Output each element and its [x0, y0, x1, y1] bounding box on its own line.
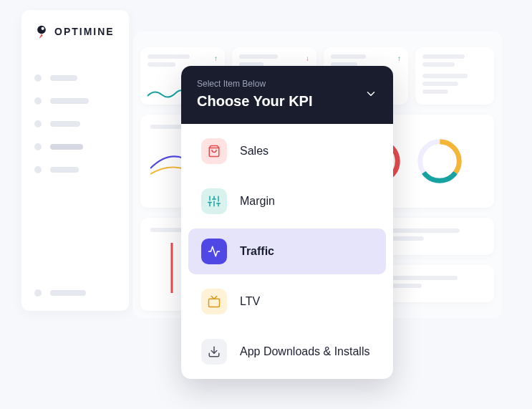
- activity-icon: [201, 239, 227, 264]
- kpi-option-label: Traffic: [240, 245, 274, 258]
- nav-item[interactable]: [34, 120, 116, 127]
- nav-item[interactable]: [34, 289, 116, 297]
- trend-up-icon: ↑: [397, 54, 401, 62]
- kpi-option-label: Sales: [240, 145, 269, 158]
- svg-rect-28: [209, 299, 220, 307]
- trend-up-icon: ↑: [214, 54, 218, 62]
- brand-name: OPTIMINE: [54, 26, 115, 37]
- kpi-option-ltv[interactable]: LTV: [188, 279, 386, 324]
- kpi-option-label: Margin: [240, 195, 275, 208]
- sliders-icon: [201, 188, 227, 214]
- dropdown-title: Choose Your KPI: [197, 93, 377, 110]
- tv-icon: [201, 289, 227, 314]
- kpi-option-sales[interactable]: Sales: [188, 128, 386, 174]
- svg-point-0: [37, 26, 46, 34]
- svg-point-1: [42, 27, 44, 30]
- brand-logo: OPTIMINE: [34, 24, 116, 39]
- kpi-option-label: LTV: [240, 295, 260, 308]
- kpi-option-traffic[interactable]: Traffic: [188, 228, 386, 274]
- kpi-option-app-downloads[interactable]: App Downloads & Installs: [188, 329, 386, 375]
- sidebar: OPTIMINE: [21, 10, 129, 311]
- optimine-logo-icon: [34, 24, 49, 39]
- chevron-down-icon: [364, 87, 377, 103]
- download-icon: [201, 339, 227, 365]
- shopping-bag-icon: [201, 138, 227, 164]
- nav-item[interactable]: [34, 97, 116, 105]
- dropdown-subtitle: Select Item Below: [197, 79, 377, 89]
- nav-item[interactable]: [34, 143, 116, 150]
- kpi-option-label: App Downloads & Installs: [240, 345, 369, 358]
- dropdown-header[interactable]: Select Item Below Choose Your KPI: [181, 66, 393, 124]
- kpi-dropdown[interactable]: Select Item Below Choose Your KPI Sales …: [181, 66, 393, 379]
- kpi-option-margin[interactable]: Margin: [188, 178, 386, 224]
- trend-down-icon: ↓: [306, 54, 309, 62]
- nav-item[interactable]: [34, 74, 116, 82]
- kpi-mini-card: [415, 47, 494, 105]
- nav-item[interactable]: [34, 166, 116, 173]
